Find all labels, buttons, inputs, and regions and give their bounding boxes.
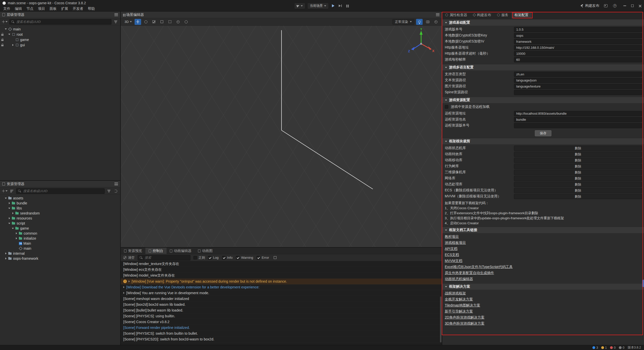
menu-item[interactable]: 开发者 (70, 7, 86, 11)
expand-arrow-icon[interactable] (8, 217, 11, 219)
log-row[interactable]: [Scene] Forward render pipeline initiali… (121, 325, 442, 331)
expand-arrow-icon[interactable] (12, 212, 14, 214)
tree-row[interactable]: main (0, 26, 120, 32)
tree-row[interactable]: oops-framework (0, 256, 120, 261)
log-filter[interactable]: Error (257, 256, 269, 259)
solution-link[interactable]: Tiledmap地图解决方案 (445, 302, 480, 308)
property-input[interactable]: bundle (514, 117, 642, 122)
property-input[interactable]: 10000 (514, 51, 642, 56)
minimize-button[interactable] (623, 6, 626, 6)
delete-button[interactable]: 删除 (514, 170, 642, 175)
space-toggle-button[interactable] (183, 19, 189, 25)
inspector-tab[interactable]: 服务 (494, 12, 511, 18)
tree-row[interactable]: seedrandom (0, 211, 120, 216)
create-asset-button[interactable] (2, 188, 8, 194)
play-button[interactable] (331, 3, 336, 9)
property-input[interactable] (514, 123, 642, 128)
error-count-badge[interactable]: 0 (610, 346, 616, 349)
tree-row[interactable]: game (0, 37, 120, 42)
section-header[interactable]: 游戏资源配置 (442, 97, 644, 103)
regex-checkbox[interactable] (193, 256, 197, 259)
expand-arrow-icon[interactable] (5, 257, 7, 259)
solution-link[interactable]: 3D角色扮演游戏解决方案 (445, 320, 485, 326)
doc-link[interactable]: MVVM文档 (445, 258, 462, 264)
expand-arrow-icon[interactable] (123, 286, 125, 288)
log-row[interactable]: [Scene] [PHYSICS]: using builtin. (121, 313, 442, 319)
section-header[interactable]: 框架文档工具链接 (442, 227, 644, 233)
tree-row[interactable]: bundle (0, 201, 120, 206)
property-input[interactable] (514, 90, 642, 95)
section-header[interactable]: 游戏基础配置 (442, 19, 644, 26)
panel-menu-icon[interactable] (114, 183, 118, 185)
menu-item[interactable]: 文件 (1, 7, 13, 11)
tree-row[interactable]: script (0, 221, 120, 226)
doc-link[interactable]: 原生包热更新配置自动生成插件 (445, 270, 494, 276)
log-filter[interactable]: Log (208, 256, 219, 259)
doc-link[interactable]: 教程项目 (445, 234, 459, 240)
section-header[interactable]: 游戏多语言配置 (442, 64, 644, 70)
expand-arrow-icon[interactable] (8, 34, 11, 35)
preview-browser-button[interactable] (603, 3, 608, 9)
tree-row[interactable]: common (0, 231, 120, 236)
delete-button[interactable]: 删除 (514, 194, 642, 199)
rect-tool-button[interactable] (159, 19, 165, 25)
help-button[interactable] (612, 3, 617, 9)
console-search-input[interactable] (144, 255, 188, 260)
doc-link[interactable]: API文档 (445, 246, 458, 252)
console-search[interactable] (138, 255, 190, 260)
inspector-tab[interactable]: 属性检查器 (442, 12, 470, 18)
tree-row[interactable]: game (0, 226, 120, 231)
save-button[interactable]: 保存 (535, 130, 551, 136)
tree-row[interactable]: root (0, 32, 120, 37)
menu-item[interactable]: 扩展 (59, 7, 70, 11)
log-row[interactable]: [Window] model_view文件夹存在 (121, 273, 442, 279)
collapse-logs-button[interactable] (272, 255, 277, 260)
expand-arrow-icon[interactable] (5, 198, 7, 199)
remote-load-checkbox[interactable] (445, 105, 448, 109)
log-filter[interactable]: Warning (236, 256, 253, 259)
section-header[interactable]: 框架模块裁剪 (442, 138, 644, 144)
property-input[interactable]: 60 (514, 57, 642, 62)
bottom-tab[interactable]: 动画图 (195, 248, 216, 254)
axis-gizmo[interactable]: Y X Z (406, 28, 436, 58)
log-row[interactable]: [Scene] [box2d]:box2d wasm lib loaded. (121, 302, 442, 308)
property-input[interactable]: 1.0.5 (514, 27, 642, 32)
menu-item[interactable]: 节点 (24, 7, 36, 11)
expand-arrow-icon[interactable] (15, 232, 18, 234)
close-button[interactable] (639, 5, 641, 7)
delete-button[interactable]: 删除 (514, 176, 642, 181)
log-row[interactable]: [Window] [Vue warn]: Property "onInput" … (121, 279, 442, 284)
scene-viewport[interactable]: Y X Z (121, 26, 442, 247)
menu-item[interactable]: 编辑 (13, 7, 24, 11)
notice-count-badge[interactable]: 0 (619, 346, 624, 349)
maximize-button[interactable] (631, 5, 634, 7)
menu-item[interactable]: 面板 (47, 7, 59, 11)
expand-arrow-icon[interactable] (129, 280, 130, 282)
log-row[interactable]: [Scene] Cocos Creator v3.8.2 (121, 319, 442, 325)
log-row[interactable]: [Window] render_texture文件夹存在 (121, 261, 442, 267)
sort-assets-button[interactable] (9, 188, 14, 194)
view-settings-button[interactable] (433, 19, 439, 25)
delete-button[interactable]: 删除 (514, 152, 642, 157)
expand-arrow-icon[interactable] (15, 237, 18, 239)
step-button[interactable] (338, 3, 343, 9)
solution-link[interactable]: 新手引导解决方案 (445, 308, 473, 314)
property-input[interactable]: language/texture (514, 84, 642, 89)
property-input[interactable]: framework (514, 39, 642, 44)
property-input[interactable]: oops (514, 33, 642, 38)
hierarchy-search-input[interactable] (16, 20, 109, 24)
create-node-button[interactable] (2, 19, 8, 25)
bottom-tab[interactable]: 控制台 (145, 248, 167, 254)
layout-button[interactable] (345, 3, 350, 9)
expand-arrow-icon[interactable] (12, 44, 14, 46)
panel-menu-icon[interactable] (114, 13, 118, 16)
property-input[interactable]: http://localhost:8083/assets/bundle (514, 111, 642, 116)
log-row[interactable]: [Scene] [PHYSICS2D]: switch from box2d-w… (121, 336, 442, 342)
assets-filter-button[interactable] (106, 188, 111, 194)
hierarchy-search[interactable] (9, 19, 111, 25)
log-count-badge[interactable]: 3 (592, 346, 598, 349)
menu-item[interactable]: 项目 (36, 7, 47, 11)
expand-arrow-icon[interactable] (8, 202, 11, 204)
solution-link[interactable]: 战棋游戏框架 (445, 290, 466, 296)
tree-row[interactable]: internal (0, 251, 120, 256)
